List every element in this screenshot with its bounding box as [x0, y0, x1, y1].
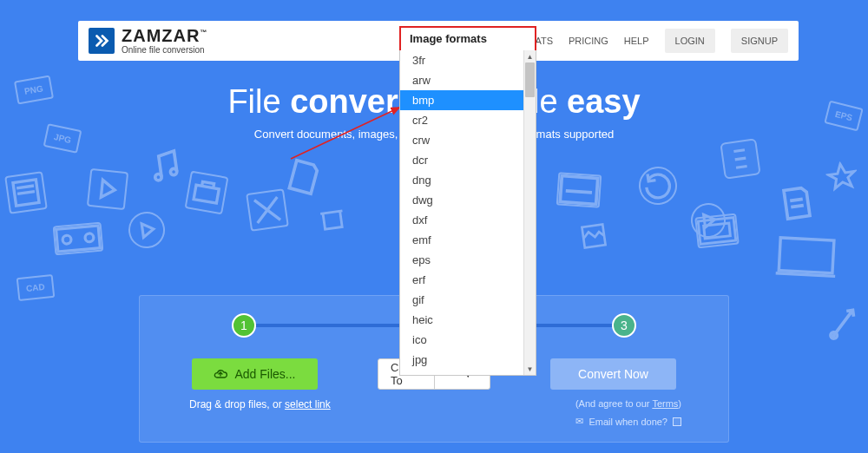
svg-rect-9	[704, 223, 731, 239]
format-option-dng[interactable]: dng	[400, 170, 536, 190]
drag-hint-text: Drag & drop files, or	[189, 398, 285, 410]
format-option-dcr[interactable]: dcr	[400, 150, 536, 170]
brand-tm: ™	[200, 29, 207, 36]
format-option-cr2[interactable]: cr2	[400, 110, 536, 130]
format-option-bmp[interactable]: bmp	[400, 90, 536, 110]
email-done-label: Email when done?	[589, 417, 667, 427]
logo-icon	[89, 28, 115, 54]
svg-point-2	[170, 168, 177, 175]
format-dropdown[interactable]: Image formats ▲ ▼ 3frarwbmpcr2crwdcrdngd…	[399, 26, 536, 376]
email-done-option: ✉ Email when done?	[575, 416, 681, 427]
add-files-label: Add Files...	[234, 367, 295, 381]
format-option-crw[interactable]: crw	[400, 130, 536, 150]
format-option-ico[interactable]: ico	[400, 330, 536, 350]
svg-point-5	[85, 233, 95, 243]
format-option-3fr[interactable]: 3fr	[400, 50, 536, 70]
dropdown-group-header: Image formats	[399, 26, 536, 50]
svg-rect-0	[13, 180, 39, 206]
svg-rect-8	[698, 218, 736, 245]
agree-post: )	[678, 398, 681, 409]
select-link[interactable]: select link	[285, 398, 331, 410]
cloud-upload-icon	[214, 367, 227, 381]
scroll-down-icon[interactable]: ▼	[524, 363, 536, 375]
agree-pre: (And agree to our	[575, 398, 652, 409]
format-option-arw[interactable]: arw	[400, 70, 536, 90]
dropdown-scrollbar[interactable]: ▲ ▼	[523, 50, 536, 375]
step-1-indicator: 1	[232, 313, 256, 338]
terms-agree-text: (And agree to our Terms)	[575, 398, 681, 409]
mail-icon: ✉	[575, 416, 583, 427]
convert-now-label: Convert Now	[578, 367, 648, 381]
brand-name: ZAMZAR	[122, 26, 200, 45]
convert-now-button[interactable]: Convert Now	[550, 358, 676, 390]
terms-link[interactable]: Terms	[652, 398, 678, 409]
format-option-jpg[interactable]: jpg	[400, 350, 536, 370]
scroll-up-icon[interactable]: ▲	[524, 50, 536, 62]
format-option-emf[interactable]: emf	[400, 230, 536, 250]
svg-point-11	[830, 332, 837, 338]
brand-logo[interactable]: ZAMZAR™ Online file conversion	[89, 27, 207, 55]
nav-help[interactable]: HELP	[624, 36, 649, 46]
svg-point-1	[155, 174, 161, 181]
format-option-eps[interactable]: eps	[400, 250, 536, 270]
scroll-thumb[interactable]	[525, 62, 535, 97]
format-option-dwg[interactable]: dwg	[400, 190, 536, 210]
dropdown-list: ▲ ▼ 3frarwbmpcr2crwdcrdngdwgdxfemfepserf…	[400, 50, 536, 375]
step-3-indicator: 3	[612, 313, 636, 338]
format-option-gif[interactable]: gif	[400, 290, 536, 310]
format-option-erf[interactable]: erf	[400, 270, 536, 290]
format-option-jpeg[interactable]: jpeg	[400, 370, 536, 375]
svg-rect-10	[779, 238, 834, 273]
signup-button[interactable]: SIGNUP	[731, 29, 788, 53]
svg-rect-6	[560, 175, 598, 204]
svg-rect-7	[582, 224, 605, 247]
login-button[interactable]: LOGIN	[665, 29, 715, 53]
brand-tagline: Online file conversion	[122, 46, 207, 55]
nav-pricing[interactable]: PRICING	[569, 36, 608, 46]
hero-title-pre: File	[227, 83, 290, 120]
format-option-heic[interactable]: heic	[400, 310, 536, 330]
add-files-button[interactable]: Add Files...	[192, 358, 318, 390]
drag-drop-hint: Drag & drop files, or select link	[189, 398, 331, 410]
format-option-dxf[interactable]: dxf	[400, 210, 536, 230]
svg-rect-3	[56, 226, 101, 252]
svg-point-4	[62, 235, 72, 245]
email-done-checkbox[interactable]	[673, 417, 681, 426]
hero-title-post2: easy	[567, 83, 641, 120]
